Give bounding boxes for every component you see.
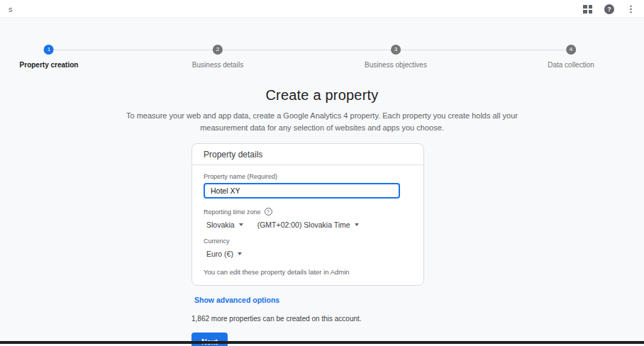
property-name-input[interactable] <box>204 183 400 199</box>
property-name-label: Property name (Required) <box>204 173 412 180</box>
window-edge-bar <box>0 341 644 344</box>
chevron-down-icon <box>355 223 359 226</box>
apps-grid-icon[interactable] <box>583 5 592 13</box>
step-2-label: Business details <box>192 61 243 69</box>
currency-dropdown[interactable]: Euro (€) <box>206 250 242 258</box>
step-1-badge: 1 <box>44 45 54 55</box>
timezone-help-icon[interactable]: ? <box>265 208 272 216</box>
currency-value: Euro (€) <box>206 250 233 258</box>
stepper-step-property-creation[interactable]: 1 Property creation <box>20 45 79 69</box>
apps-grid-square <box>583 10 587 13</box>
show-advanced-options-link[interactable]: Show advanced options <box>194 296 279 304</box>
step-1-label: Property creation <box>20 61 79 69</box>
timezone-country-value: Slovakia <box>206 221 235 229</box>
step-3-label: Business objectives <box>365 61 427 69</box>
chevron-down-icon <box>238 252 242 255</box>
card-title: Property details <box>192 144 423 165</box>
property-details-card: Property details Property name (Required… <box>191 143 424 286</box>
stepper-step-data-collection[interactable]: 4 Data collection <box>548 45 594 69</box>
properties-quota-note: 1,862 more properties can be created on … <box>191 315 424 323</box>
stepper: 1 Property creation 2 Business details 3… <box>0 45 644 86</box>
timezone-zone-value: (GMT+02:00) Slovakia Time <box>257 221 350 229</box>
currency-label: Currency <box>204 238 412 245</box>
stepper-step-business-objectives[interactable]: 3 Business objectives <box>365 45 427 69</box>
step-3-badge: 3 <box>391 45 401 55</box>
page-subtitle: To measure your web and app data, create… <box>106 110 538 134</box>
step-4-badge: 4 <box>566 45 576 55</box>
next-button[interactable]: Next <box>191 333 228 346</box>
apps-grid-square <box>589 5 592 9</box>
topbar-icons: ? ⋮ <box>583 4 635 14</box>
stepper-step-business-details[interactable]: 2 Business details <box>192 45 243 69</box>
stepper-connector-line <box>54 50 566 50</box>
chevron-down-icon <box>239 223 243 226</box>
page-title: Create a property <box>0 87 644 104</box>
apps-grid-square <box>583 5 587 9</box>
timezone-country-dropdown[interactable]: Slovakia <box>206 221 243 229</box>
main-content: 1 Property creation 2 Business details 3… <box>0 19 644 346</box>
kebab-menu-icon[interactable]: ⋮ <box>626 4 635 14</box>
timezone-label-row: Reporting time zone ? <box>204 208 412 216</box>
window-title-fragment: s <box>9 5 13 13</box>
card-footnote: You can edit these property details late… <box>204 268 412 276</box>
help-icon[interactable]: ? <box>604 4 614 14</box>
timezone-zone-dropdown[interactable]: (GMT+02:00) Slovakia Time <box>257 221 359 229</box>
timezone-label: Reporting time zone <box>204 208 261 216</box>
step-2-badge: 2 <box>213 45 223 55</box>
apps-grid-square <box>589 10 592 13</box>
step-4-label: Data collection <box>548 61 594 69</box>
topbar: s ? ⋮ <box>0 0 644 18</box>
